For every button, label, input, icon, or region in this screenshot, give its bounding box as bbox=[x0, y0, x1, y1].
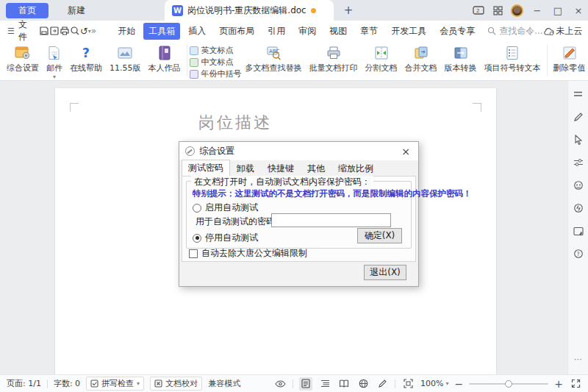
minimize-button[interactable]: − bbox=[531, 0, 544, 21]
dialog-tab-other[interactable]: 其他 bbox=[301, 161, 331, 176]
read-mode-icon[interactable] bbox=[337, 377, 351, 391]
save-button[interactable] bbox=[39, 24, 49, 38]
page-count-label: 页面: 1/1 bbox=[7, 378, 41, 389]
exit-button[interactable]: 退出(X) bbox=[364, 265, 406, 280]
outline-view-icon[interactable] bbox=[318, 377, 331, 391]
quick-access-more-icon[interactable]: » bbox=[91, 24, 96, 38]
spell-check-button[interactable]: 拼写检查 ▾ bbox=[86, 377, 144, 391]
help-circle-icon[interactable]: ? bbox=[573, 248, 584, 260]
page-view-icon[interactable] bbox=[299, 377, 312, 391]
ribbon-english-punctuation[interactable]: 英文标点 bbox=[190, 45, 242, 56]
special-hint-text: 特别提示：这里测试的不是文档打开密码，而是限制编辑的内容保护密码！ bbox=[193, 188, 472, 199]
toolbox-ribbon: 综合设置 邮件 ▾ ? 在线帮助 11.55版 本人作品 bbox=[0, 41, 588, 81]
close-button[interactable]: × bbox=[572, 0, 585, 21]
new-document-tab[interactable]: 新建 bbox=[62, 0, 91, 21]
zoom-in-button[interactable]: + bbox=[554, 380, 563, 388]
undo-button[interactable]: ↺ bbox=[80, 24, 88, 38]
doc-annotation-icon[interactable] bbox=[573, 225, 584, 237]
word-count-label[interactable]: 字数: 0 bbox=[54, 378, 80, 389]
tab-references[interactable]: 引用 bbox=[262, 23, 290, 40]
cloud-status-button[interactable]: 未上云 bbox=[543, 25, 583, 38]
tab-page-layout[interactable]: 页面布局 bbox=[214, 23, 259, 40]
file-menu-button[interactable]: ☰ 文件 bbox=[0, 18, 33, 43]
checkbox-unchecked-icon[interactable] bbox=[189, 249, 198, 258]
svg-text:2: 2 bbox=[476, 8, 479, 14]
menu-bar: ☰ 文件 ↺ ▾ » 开始 工具箱 插入 页面布局 引用 审阅 视图 章节 开发 bbox=[0, 21, 588, 41]
ok-button[interactable]: 确定(X) bbox=[357, 228, 402, 243]
tab-dev-tools[interactable]: 开发工具 bbox=[386, 23, 431, 40]
select-cursor-icon[interactable] bbox=[573, 134, 584, 146]
ribbon-bullets-to-text[interactable]: 项目符号转文本 bbox=[481, 43, 545, 75]
zoom-slider[interactable] bbox=[469, 383, 548, 385]
ribbon-my-works[interactable]: 本人作品 bbox=[145, 43, 184, 75]
ribbon-multi-doc-find-replace[interactable]: ABC 多文档查找替换 bbox=[242, 43, 306, 75]
ribbon-version[interactable]: 11.55版 bbox=[106, 43, 145, 75]
password-label: 用于自动测试的密码： bbox=[196, 215, 284, 228]
tab-toolbox[interactable]: 工具箱 bbox=[143, 23, 180, 40]
split-doc-icon bbox=[373, 45, 390, 61]
fit-page-icon[interactable] bbox=[401, 377, 415, 391]
remove-edit-restriction-row[interactable]: 自动去除大唐公文编辑限制 bbox=[189, 247, 307, 260]
dialog-tab-page: 在文档打开时，自动测试文档内容保护密码： 特别提示：这里测试的不是文档打开密码，… bbox=[182, 176, 416, 262]
hamburger-icon: ☰ bbox=[7, 26, 15, 36]
ribbon-online-help[interactable]: ? 在线帮助 bbox=[66, 43, 106, 75]
new-tab-button[interactable]: + bbox=[341, 3, 356, 18]
maximize-button[interactable]: □ bbox=[551, 0, 564, 21]
auto-test-password-input[interactable] bbox=[271, 213, 391, 227]
ribbon-batch-print[interactable]: 批量文档打印 bbox=[306, 43, 362, 75]
tab-section[interactable]: 章节 bbox=[355, 23, 383, 40]
zoom-out-button[interactable]: − bbox=[455, 380, 464, 388]
dialog-title-bar[interactable]: 综合设置 × bbox=[179, 142, 418, 160]
document-heading[interactable]: 岗位描述 bbox=[198, 112, 272, 134]
home-tab[interactable]: 首页 bbox=[6, 3, 49, 18]
tab-start[interactable]: 开始 bbox=[112, 23, 140, 40]
command-search-input[interactable]: 查找命令... bbox=[487, 25, 542, 38]
ribbon-comprehensive-settings[interactable]: 综合设置 bbox=[3, 43, 43, 75]
dialog-tab-test-password[interactable]: 测试密码 bbox=[182, 160, 230, 176]
window-tab-bar: 首页 新建 W 岗位说明书-重庆数据编辑.doc + 2 − □ × bbox=[0, 0, 588, 21]
customer-service-icon[interactable] bbox=[573, 179, 584, 191]
tab-view[interactable]: 视图 bbox=[324, 23, 352, 40]
tab-member[interactable]: 会员专享 bbox=[434, 23, 480, 40]
web-layout-icon[interactable] bbox=[356, 377, 370, 391]
window-mode-icon[interactable]: 2 bbox=[473, 4, 484, 16]
rewards-icon[interactable] bbox=[573, 202, 584, 214]
margin-mark-icon bbox=[70, 103, 79, 112]
dialog-tab-zoom-ratio[interactable]: 缩放比例 bbox=[331, 161, 380, 176]
version-badge-icon bbox=[117, 45, 133, 61]
tab-insert[interactable]: 插入 bbox=[183, 23, 211, 40]
document-proofread-button[interactable]: 文档校对 bbox=[150, 377, 202, 391]
ribbon-delete-zero-values[interactable]: 删除零值 bbox=[550, 43, 588, 75]
user-avatar[interactable] bbox=[511, 4, 523, 17]
disable-auto-test-radio[interactable]: 停用自动测试 bbox=[193, 232, 258, 244]
print-button[interactable] bbox=[60, 24, 70, 38]
tab-review[interactable]: 审阅 bbox=[293, 23, 321, 40]
print-preview-button[interactable] bbox=[70, 24, 80, 38]
radio-unselected-icon[interactable] bbox=[193, 204, 201, 213]
wps-writer-icon: W bbox=[172, 5, 183, 16]
dialog-close-icon[interactable]: × bbox=[399, 145, 412, 158]
fullscreen-icon[interactable] bbox=[569, 377, 582, 391]
edit-pen-icon[interactable] bbox=[573, 111, 584, 123]
zoom-slider-knob[interactable] bbox=[505, 380, 512, 388]
radio-selected-icon[interactable] bbox=[193, 234, 201, 243]
panel-toggle-icon[interactable] bbox=[573, 88, 584, 100]
ribbon-split-document[interactable]: 分割文档 bbox=[362, 43, 401, 75]
export-button[interactable] bbox=[49, 24, 60, 38]
document-tab[interactable]: W 岗位说明书-重庆数据编辑.doc bbox=[165, 0, 334, 21]
apps-grid-icon[interactable] bbox=[492, 4, 503, 16]
ribbon-mail[interactable]: 邮件 ▾ bbox=[43, 43, 66, 80]
dialog-tab-shortcuts[interactable]: 快捷键 bbox=[261, 161, 301, 176]
sidebar-more-icon[interactable]: ⋯ bbox=[568, 354, 588, 364]
enable-auto-test-radio[interactable]: 启用自动测试 bbox=[193, 202, 258, 214]
ribbon-year-brackets[interactable]: 年份中括号 bbox=[190, 68, 242, 79]
delete-zero-icon bbox=[562, 45, 578, 61]
adjust-sliders-icon[interactable] bbox=[573, 157, 584, 168]
ribbon-version-convert[interactable]: 版本转换 bbox=[441, 43, 481, 75]
ribbon-merge-document[interactable]: 合并文档 bbox=[401, 43, 441, 75]
ink-mode-icon[interactable] bbox=[376, 377, 389, 391]
eye-protect-icon[interactable] bbox=[273, 377, 287, 391]
zoom-level-button[interactable]: 100% ▾ bbox=[420, 379, 448, 388]
dialog-tab-uninstall[interactable]: 卸载 bbox=[230, 161, 261, 176]
ribbon-chinese-punctuation[interactable]: 中文标点 bbox=[190, 57, 242, 68]
